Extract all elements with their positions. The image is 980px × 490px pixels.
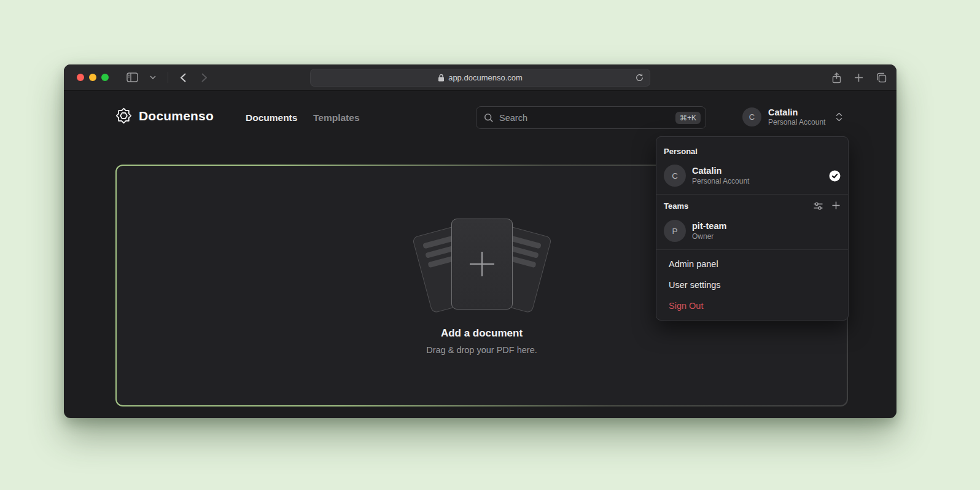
menu-divider [656, 194, 848, 195]
menu-item-user-settings[interactable]: User settings [656, 274, 848, 295]
share-icon[interactable] [832, 72, 841, 84]
team-avatar: P [664, 220, 686, 242]
personal-account-item[interactable]: C Catalin Personal Account [656, 161, 848, 193]
create-team-icon[interactable] [831, 201, 841, 211]
search-input[interactable] [499, 113, 670, 123]
browser-window: app.documenso.com [64, 64, 896, 418]
personal-name: Catalin [692, 166, 749, 176]
team-item[interactable]: P pit-team Owner [656, 216, 848, 248]
plus-icon [468, 250, 496, 278]
dropzone-empty-state: Add a document Drag & drop your PDF here… [396, 219, 568, 355]
address-bar[interactable]: app.documenso.com [310, 69, 650, 87]
traffic-lights [77, 74, 109, 81]
nav-link-templates[interactable]: Templates [313, 112, 360, 123]
nav-link-documents[interactable]: Documents [246, 112, 297, 123]
sidebar-toggle-icon[interactable] [123, 69, 141, 85]
back-button[interactable] [174, 69, 192, 85]
dropzone-subtitle: Drag & drop your PDF here. [396, 345, 568, 355]
teams-section-label: Teams [664, 201, 688, 211]
brand-name: Documenso [139, 109, 214, 123]
documenso-seal-icon [115, 107, 132, 124]
account-name: Catalin [768, 107, 825, 118]
documenso-logo[interactable]: Documenso [115, 107, 214, 124]
menu-item-admin-panel[interactable]: Admin panel [656, 254, 848, 274]
reload-icon[interactable] [635, 73, 644, 82]
manage-teams-icon[interactable] [813, 201, 823, 211]
personal-avatar: C [664, 165, 686, 187]
teams-section-header: Teams [656, 198, 848, 216]
dropzone-title: Add a document [396, 327, 568, 340]
lock-icon [438, 74, 445, 82]
search-bar[interactable]: ⌘+K [476, 106, 706, 129]
toolbar-divider [168, 72, 168, 83]
account-avatar: C [742, 107, 761, 126]
personal-type: Personal Account [692, 177, 749, 186]
search-icon [484, 113, 494, 123]
account-dropdown-menu: Personal C Catalin Personal Account Team… [656, 136, 849, 321]
tab-overview-icon[interactable] [876, 72, 887, 83]
illustration-card-center [451, 219, 513, 309]
new-tab-icon[interactable] [854, 73, 863, 82]
zoom-window-button[interactable] [101, 74, 109, 81]
documents-illustration [418, 219, 546, 311]
personal-section-label: Personal [656, 143, 848, 161]
minimize-window-button[interactable] [89, 74, 96, 81]
menu-item-sign-out[interactable]: Sign Out [656, 295, 848, 316]
chevron-up-down-icon [836, 112, 842, 122]
account-type: Personal Account [768, 118, 825, 126]
menu-divider [656, 249, 848, 250]
team-name: pit-team [692, 221, 726, 231]
sidebar-chevron-down-icon[interactable] [144, 69, 161, 85]
account-menu-button[interactable]: C Catalin Personal Account [742, 107, 842, 126]
browser-titlebar: app.documenso.com [64, 64, 896, 91]
close-window-button[interactable] [77, 74, 84, 81]
team-role: Owner [692, 232, 726, 241]
selected-check-icon [829, 170, 841, 182]
forward-button[interactable] [195, 69, 212, 85]
search-shortcut-badge: ⌘+K [675, 112, 701, 124]
url-text: app.documenso.com [448, 73, 523, 82]
